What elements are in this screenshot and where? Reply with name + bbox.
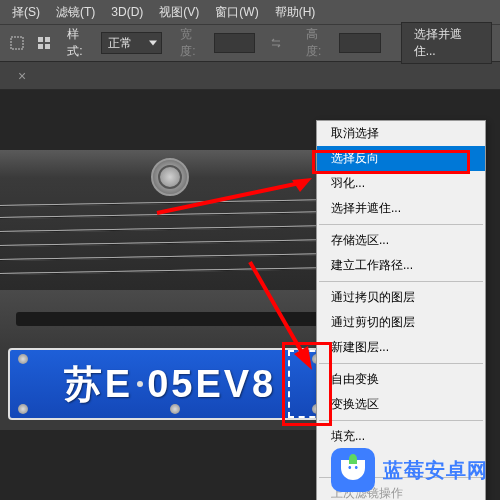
menu-view[interactable]: 视图(V) <box>151 2 207 23</box>
watermark-logo-icon <box>331 448 375 492</box>
menu-bar: 择(S) 滤镜(T) 3D(D) 视图(V) 窗口(W) 帮助(H) <box>0 0 500 24</box>
height-input[interactable] <box>339 33 380 53</box>
style-value: 正常 <box>108 35 132 52</box>
canvas-area: 苏E 05EV8 取消选择 选择反向 羽化... 选择并遮住... 存储选区..… <box>0 90 500 500</box>
ctx-separator <box>319 363 483 364</box>
ctx-layer-via-copy[interactable]: 通过拷贝的图层 <box>317 285 485 310</box>
menu-filter[interactable]: 滤镜(T) <box>48 2 103 23</box>
marquee-style-icon <box>35 33 54 53</box>
plate-text-1: 苏E <box>64 359 133 410</box>
svg-rect-0 <box>11 37 23 49</box>
height-label: 高度: <box>306 26 332 60</box>
svg-line-1 <box>157 183 300 213</box>
ctx-layer-via-cut[interactable]: 通过剪切的图层 <box>317 310 485 335</box>
ctx-make-work-path[interactable]: 建立工作路径... <box>317 253 485 278</box>
svg-line-3 <box>250 262 304 356</box>
annotation-highlight-1 <box>312 150 470 174</box>
ctx-separator <box>319 420 483 421</box>
annotation-arrow-2 <box>242 254 322 374</box>
menu-3d[interactable]: 3D(D) <box>103 3 151 21</box>
menu-window[interactable]: 窗口(W) <box>207 2 266 23</box>
ctx-separator <box>319 281 483 282</box>
ctx-deselect[interactable]: 取消选择 <box>317 121 485 146</box>
marquee-tool-icon <box>8 33 27 53</box>
style-label: 样式: <box>67 26 93 60</box>
context-menu: 取消选择 选择反向 羽化... 选择并遮住... 存储选区... 建立工作路径.… <box>316 120 486 500</box>
swap-icon[interactable] <box>267 34 284 52</box>
ctx-feather[interactable]: 羽化... <box>317 171 485 196</box>
plate-separator <box>137 381 143 387</box>
options-bar: 样式: 正常 宽度: 高度: 选择并遮住... <box>0 24 500 62</box>
ctx-save-selection[interactable]: 存储选区... <box>317 228 485 253</box>
ctx-new-layer[interactable]: 新建图层... <box>317 335 485 360</box>
select-and-mask-button[interactable]: 选择并遮住... <box>401 22 492 64</box>
annotation-arrow-1 <box>152 178 312 218</box>
menu-help[interactable]: 帮助(H) <box>267 2 324 23</box>
svg-marker-4 <box>294 346 312 370</box>
style-dropdown[interactable]: 正常 <box>101 32 162 54</box>
ctx-separator <box>319 224 483 225</box>
ctx-free-transform[interactable]: 自由变换 <box>317 367 485 392</box>
tab-close-icon[interactable]: × <box>12 66 32 86</box>
watermark-text: 蓝莓安卓网 <box>383 457 488 484</box>
ctx-select-mask[interactable]: 选择并遮住... <box>317 196 485 221</box>
width-label: 宽度: <box>180 26 206 60</box>
ctx-fill[interactable]: 填充... <box>317 424 485 449</box>
watermark: 蓝莓安卓网 <box>331 448 488 492</box>
tab-bar: × <box>0 62 500 90</box>
menu-select[interactable]: 择(S) <box>4 2 48 23</box>
ctx-transform-selection[interactable]: 变换选区 <box>317 392 485 417</box>
width-input[interactable] <box>214 33 255 53</box>
